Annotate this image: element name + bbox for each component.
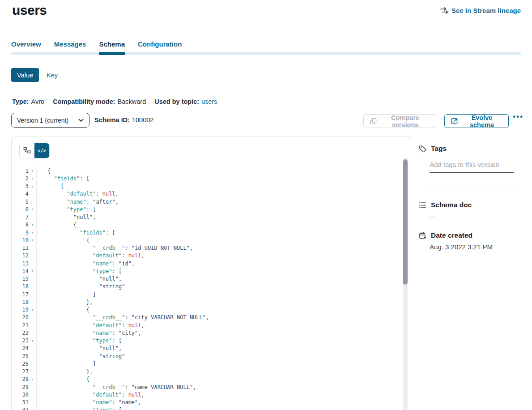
code-lines: 1▼{2▼"fields": [3▼{4"default": null,5"na…	[12, 167, 411, 410]
version-select[interactable]: Version 1 (current)	[11, 113, 89, 128]
fold-toggle-icon[interactable]: ▼	[29, 269, 36, 273]
code-line: 31"name": "name",	[12, 399, 411, 406]
line-number: 4	[12, 191, 29, 197]
code-line: 5"name": "after",	[12, 198, 411, 205]
fold-toggle-icon[interactable]: ▼	[29, 308, 36, 312]
fold-toggle-icon[interactable]: ▼	[29, 223, 36, 227]
compatibility-value: Backward	[118, 98, 146, 105]
add-tags-input[interactable]	[430, 160, 514, 173]
schema-editor-panel: </> 1▼{2▼"fields": [3▼{4"default": null,…	[11, 137, 411, 410]
code-line: 8▼{	[12, 221, 411, 229]
code-line: 28▼{	[12, 376, 411, 383]
code-line: 14▼"type": [	[12, 267, 411, 275]
list-icon	[419, 202, 426, 209]
fold-toggle-icon	[29, 363, 36, 364]
fold-toggle-icon	[29, 402, 36, 403]
code-line: 9▼"fields": [	[12, 229, 411, 236]
code-line: 3▼{	[12, 183, 411, 190]
fold-toggle-icon	[29, 394, 36, 395]
tab-schema[interactable]: Schema	[99, 40, 125, 52]
line-number: 8	[12, 222, 29, 228]
code-line: 11"__crdb__": "id UUID NOT NULL",	[12, 244, 411, 252]
editor-scrollbar-track[interactable]	[403, 158, 408, 410]
code-line: 23▼"type": [	[12, 337, 411, 345]
code-line: 15"null",	[12, 275, 411, 283]
tab-bar: OverviewMessagesSchemaConfiguration	[11, 40, 521, 56]
fold-toggle-icon	[29, 263, 36, 264]
tabs: OverviewMessagesSchemaConfiguration	[11, 40, 521, 52]
line-number: 27	[12, 368, 29, 375]
code-line: 6▼"type": [	[12, 205, 411, 213]
tab-messages[interactable]: Messages	[54, 40, 86, 52]
compare-versions-label: Compare versions	[381, 114, 430, 128]
more-options-button[interactable]: •••	[513, 112, 523, 121]
fold-toggle-icon	[29, 333, 36, 333]
tab-track	[11, 52, 521, 55]
fold-toggle-icon[interactable]: ▼	[29, 408, 36, 410]
line-number: 19	[12, 307, 29, 313]
line-number: 11	[12, 245, 29, 251]
evolve-schema-button[interactable]: Evolve schema	[444, 114, 509, 128]
line-number: 6	[12, 206, 29, 213]
line-number: 13	[12, 261, 29, 267]
code-editor[interactable]: 1▼{2▼"fields": [3▼{4"default": null,5"na…	[12, 158, 411, 410]
tab-configuration[interactable]: Configuration	[138, 40, 182, 52]
see-in-stream-lineage-link[interactable]: See in Stream lineage	[440, 7, 521, 14]
key-toggle-link[interactable]: Key	[47, 72, 58, 79]
fold-toggle-icon[interactable]: ▼	[29, 231, 36, 235]
line-number: 1	[12, 168, 29, 174]
line-number: 24	[12, 345, 29, 351]
line-number: 3	[12, 183, 29, 189]
editor-view-toggle: </>	[20, 143, 49, 158]
line-number: 15	[12, 276, 29, 282]
sidebar-divider	[420, 185, 521, 185]
schema-id-value: 100002	[132, 116, 153, 124]
fold-toggle-icon[interactable]: ▼	[29, 184, 36, 188]
line-number: 20	[12, 314, 29, 320]
topic-label: Used by topic:	[154, 98, 199, 105]
line-number: 32	[12, 407, 29, 410]
code-line: 25"string"	[12, 352, 411, 360]
compare-versions-icon	[370, 118, 377, 124]
type-meta: Type: Avro	[12, 98, 44, 105]
active-tab-underline	[99, 52, 125, 55]
line-number: 25	[12, 353, 29, 359]
fold-toggle-icon[interactable]: ▼	[29, 238, 36, 242]
tree-view-button[interactable]	[20, 143, 34, 158]
fold-toggle-icon[interactable]: ▼	[29, 339, 36, 343]
fold-toggle-icon[interactable]: ▼	[29, 169, 36, 173]
fold-toggle-icon	[29, 248, 36, 248]
tab-overview[interactable]: Overview	[11, 40, 41, 52]
compare-versions-button[interactable]: Compare versions	[363, 114, 436, 128]
code-line: 10▼{	[12, 236, 411, 244]
line-number: 2	[12, 175, 29, 182]
fold-toggle-icon[interactable]: ▼	[29, 176, 36, 180]
lineage-link-label: See in Stream lineage	[451, 7, 521, 14]
compatibility-label: Compatibility mode:	[53, 98, 115, 105]
line-number: 22	[12, 330, 29, 336]
line-number: 21	[12, 322, 29, 329]
fold-toggle-icon	[29, 356, 36, 356]
code-view-button[interactable]: </>	[34, 143, 49, 158]
page-title: users	[12, 3, 47, 18]
chevron-down-icon	[78, 119, 84, 122]
fold-toggle-icon[interactable]: ▼	[29, 207, 36, 211]
fold-toggle-icon	[29, 348, 36, 349]
code-line: 22"name": "city",	[12, 329, 411, 337]
code-line: 32▼"type": [	[12, 406, 411, 410]
code-line: 1▼{	[12, 167, 411, 175]
line-number: 7	[12, 214, 29, 220]
topic-link[interactable]: users	[201, 98, 217, 105]
tags-section-header: Tags	[419, 145, 447, 153]
code-line: 18},	[12, 298, 411, 306]
line-number: 5	[12, 199, 29, 205]
editor-scrollbar-thumb[interactable]	[403, 159, 408, 285]
fold-toggle-icon	[29, 387, 36, 387]
fold-toggle-icon	[29, 194, 36, 194]
line-number: 26	[12, 361, 29, 367]
fold-toggle-icon[interactable]: ▼	[29, 377, 36, 381]
schema-doc-header: Schema doc	[419, 201, 472, 209]
line-number: 29	[12, 384, 29, 390]
version-select-value: Version 1 (current)	[17, 117, 68, 124]
value-toggle-button[interactable]: Value	[11, 68, 39, 82]
